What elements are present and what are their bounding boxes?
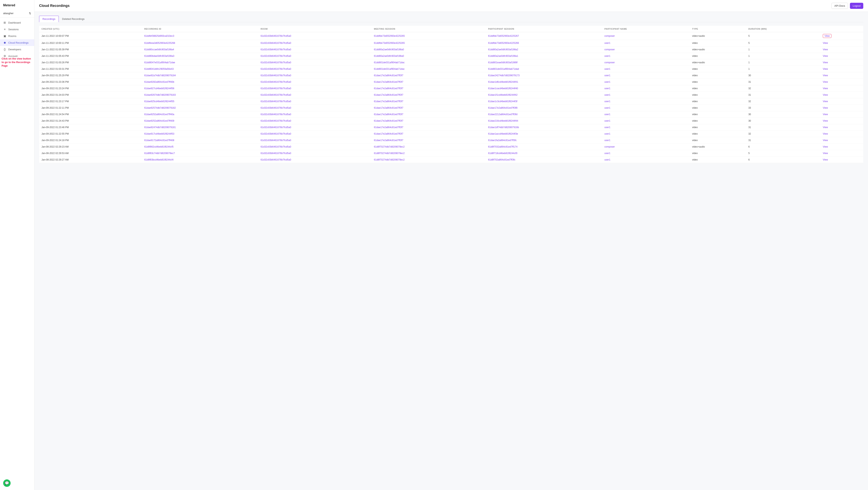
recording-id-cell[interactable]: 61dae9172a864c81ed7ff408 (142, 137, 258, 143)
chat-button[interactable]: 💬 (3, 479, 11, 487)
participant-name-cell[interactable]: composer (602, 46, 690, 53)
view-button[interactable]: View (823, 126, 828, 129)
participant-name-cell[interactable]: user1 (602, 118, 690, 124)
room-cell[interactable]: 61d32c83b6461676b7fcd5a0 (258, 59, 372, 66)
sidebar-item-sessions[interactable]: ≡Sessions (0, 26, 34, 33)
participant-name-cell[interactable]: user1 (602, 124, 690, 131)
participant-name-cell[interactable]: user1 (602, 79, 690, 85)
participant-session-cell[interactable]: 61dd801de031af904ab71dad (486, 66, 602, 72)
participant-name-cell[interactable]: user1 (602, 66, 690, 72)
logout-button[interactable]: Logout (850, 3, 863, 9)
room-cell[interactable]: 61d32c83b6461676b7fcd5a0 (258, 72, 372, 79)
view-button[interactable]: View (823, 100, 828, 103)
recording-id-cell[interactable]: 61ddfef38825d993ca010ec3 (142, 32, 258, 40)
meeting-session-cell[interactable]: 61dae17e2a864c81ed7ff3f7 (371, 137, 486, 143)
sidebar-item-dashboard[interactable]: ⊞Dashboard (0, 19, 34, 26)
room-cell[interactable]: 61d32c83b6461676b7fcd5a0 (258, 66, 372, 72)
room-cell[interactable]: 61d32c83b6461676b7fcd5a0 (258, 157, 372, 163)
tab-deleted-recordings[interactable]: Deleted Recordings (59, 16, 88, 22)
meeting-session-cell[interactable]: 61dd801de031af904ab71dac (371, 66, 486, 72)
view-button[interactable]: View (823, 55, 828, 57)
view-button[interactable]: View (823, 106, 828, 109)
room-cell[interactable]: 61d32c83b6461676b7fcd5a0 (258, 118, 372, 124)
view-button[interactable]: View (823, 80, 828, 83)
meeting-session-cell[interactable]: 61dae17e2a864c81ed7ff3f7 (371, 118, 486, 124)
meeting-session-cell[interactable]: 61dae17e2a864c81ed7ff3f7 (371, 98, 486, 105)
view-button[interactable]: View (823, 145, 828, 148)
room-cell[interactable]: 61d32c83b6461676b7fcd5a0 (258, 92, 372, 98)
api-docs-button[interactable]: API Docs (832, 3, 848, 9)
recording-id-cell[interactable]: 61dd8041dbfc29059a56e43 (142, 66, 258, 72)
room-cell[interactable]: 61d32c83b6461676b7fcd5a0 (258, 40, 372, 46)
recording-id-cell[interactable]: 61dd80ccae0dfc903af198a4 (142, 46, 258, 53)
recording-id-cell[interactable]: 61dae92a74db7d8209079184 (142, 72, 258, 79)
participant-name-cell[interactable]: user1 (602, 53, 690, 59)
recording-id-cell[interactable]: 61dae92474db7d8209079181 (142, 124, 258, 131)
participant-session-cell[interactable]: 61d8f7032a864c81ed7ff174 (486, 143, 602, 150)
participant-name-cell[interactable]: user1 (602, 131, 690, 137)
room-cell[interactable]: 61d32c83b6461676b7fcd5a0 (258, 143, 372, 150)
participant-name-cell[interactable]: user1 (602, 72, 690, 79)
room-cell[interactable]: 61d32c83b6461676b7fcd5a0 (258, 137, 372, 143)
room-cell[interactable]: 61d32c83b6461676b7fcd5a0 (258, 98, 372, 105)
participant-session-cell[interactable]: 61dae2212a864c81ed7ff3fd (486, 111, 602, 118)
recording-id-cell[interactable]: 61dd8047e031af904ab71dae (142, 59, 258, 66)
room-cell[interactable]: 61d32c83b6461676b7fcd5a0 (258, 150, 372, 157)
participant-session-cell[interactable]: 61dae1d6cd4beb81f8244f41 (486, 79, 602, 85)
meeting-session-cell[interactable]: 61dd80a2ae0dfc903af198a0 (371, 46, 486, 53)
meeting-session-cell[interactable]: 61d8f70274db7d8209078ec2 (371, 150, 486, 157)
view-button[interactable]: View (823, 87, 828, 90)
participant-session-cell[interactable]: 61dd801eae0dfc903af1989f (486, 59, 602, 66)
room-cell[interactable]: 61d32c83b6461676b7fcd5a0 (258, 105, 372, 111)
participant-session-cell[interactable]: 61dae1df74db7d820907916b (486, 124, 602, 131)
participant-session-cell[interactable]: 61dae1f1cd4beb81f8244f42 (486, 92, 602, 98)
view-button[interactable]: View (823, 113, 828, 116)
recording-id-cell[interactable]: 61dae917cd4beb81f8244f53 (142, 131, 258, 137)
view-button[interactable]: View (823, 158, 828, 161)
sidebar-item-developers[interactable]: {}Developers (0, 46, 34, 53)
meeting-session-cell[interactable]: 61d8f70274db7d8209078ec2 (371, 157, 486, 163)
participant-session-cell[interactable]: 61ddfde73d052993e4225266 (486, 40, 602, 46)
recording-id-cell[interactable]: 61dae92674db7d8209079183 (142, 92, 258, 98)
meeting-session-cell[interactable]: 61dd80a2ae0dfc903af198a0 (371, 53, 486, 59)
view-button[interactable]: View (823, 74, 828, 77)
view-button[interactable]: View (823, 132, 828, 135)
recording-id-cell[interactable]: 61dae9282a864c81ed7ff40b (142, 79, 258, 85)
view-button[interactable]: View (823, 120, 828, 122)
view-button[interactable]: View (823, 34, 832, 38)
sidebar-item-account[interactable]: ⚙Account (0, 53, 34, 59)
participant-name-cell[interactable]: user1 (602, 40, 690, 46)
meeting-session-cell[interactable]: 61dae17e2a864c81ed7ff3f7 (371, 85, 486, 92)
meeting-session-cell[interactable]: 61dae17e2a864c81ed7ff3f7 (371, 131, 486, 137)
room-cell[interactable]: 61d32c83b6461676b7fcd5a0 (258, 124, 372, 131)
meeting-session-cell[interactable]: 61dae17e2a864c81ed7ff3f7 (371, 92, 486, 98)
view-button[interactable]: View (823, 94, 828, 96)
meeting-session-cell[interactable]: 61dae17e2a864c81ed7ff3f7 (371, 105, 486, 111)
recording-id-cell[interactable]: 61ddfeea3d052993e4225268 (142, 40, 258, 46)
meeting-session-cell[interactable]: 61dae17e2a864c81ed7ff3f7 (371, 124, 486, 131)
participant-name-cell[interactable]: user1 (602, 85, 690, 92)
recording-id-cell[interactable]: 61d8f862cd4beb81f8244cf5 (142, 143, 258, 150)
recording-id-cell[interactable]: 61dae92574db7d8209079182 (142, 105, 258, 111)
recording-id-cell[interactable]: 61dd80bdae0dfc903af198a3 (142, 53, 258, 59)
room-cell[interactable]: 61d32c83b6461676b7fcd5a0 (258, 85, 372, 92)
user-profile[interactable]: aliasgher ⇅ (0, 10, 34, 18)
meeting-session-cell[interactable]: 61ddfde73d052993e4225265 (371, 32, 486, 40)
participant-session-cell[interactable]: 61dae24274db7d8209079173 (486, 72, 602, 79)
recording-id-cell[interactable]: 61dae927cd4beb81f8244f56 (142, 85, 258, 92)
recording-id-cell[interactable]: 61dae925cd4beb81f8244f55 (142, 98, 258, 105)
meeting-session-cell[interactable]: 61dae17e2a864c81ed7ff3f7 (371, 79, 486, 85)
participant-name-cell[interactable]: composer (602, 32, 690, 40)
participant-name-cell[interactable]: user1 (602, 92, 690, 98)
meeting-session-cell[interactable]: 61dae17e2a864c81ed7ff3f7 (371, 72, 486, 79)
participant-name-cell[interactable]: composer (602, 143, 690, 150)
participant-name-cell[interactable]: user1 (602, 98, 690, 105)
participant-session-cell[interactable]: 61ddfde73d052993e4225267 (486, 32, 602, 40)
participant-name-cell[interactable]: user1 (602, 111, 690, 118)
meeting-session-cell[interactable]: 61dae17e2a864c81ed7ff3f7 (371, 111, 486, 118)
participant-session-cell[interactable]: 61dae1cacd4beb81f8244f40 (486, 85, 602, 92)
room-cell[interactable]: 61d32c83b6461676b7fcd5a0 (258, 32, 372, 40)
participant-session-cell[interactable]: 61d8f718cd4beb81f8244cf0 (486, 150, 602, 157)
participant-name-cell[interactable]: user1 (602, 105, 690, 111)
participant-session-cell[interactable]: 61dae1fa2a864c81ed7ff3fc (486, 137, 602, 143)
